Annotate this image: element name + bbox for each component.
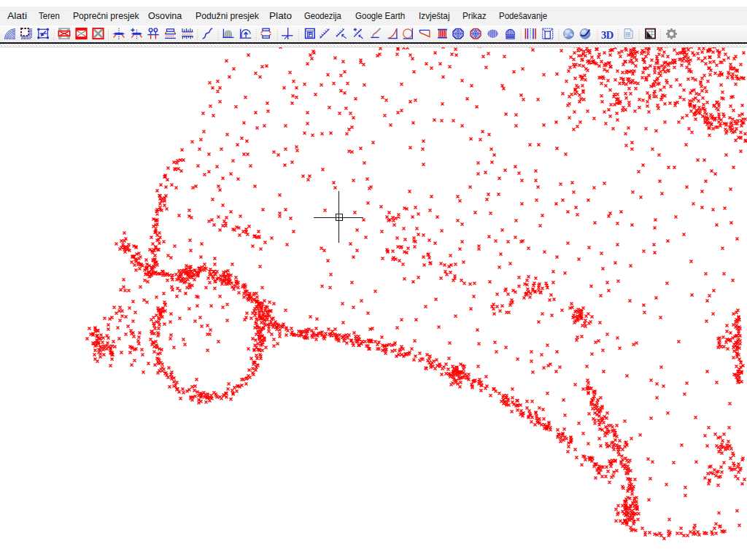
svg-text:P: P (308, 31, 311, 38)
svg-text:3D: 3D (601, 29, 614, 41)
